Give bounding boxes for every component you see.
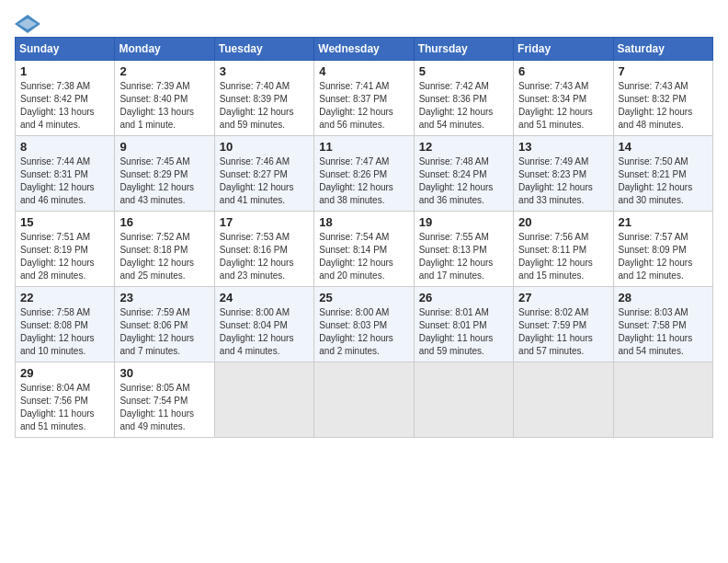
calendar-header: SundayMondayTuesdayWednesdayThursdayFrid… <box>16 38 713 61</box>
day-number: 20 <box>518 215 608 229</box>
day-number: 3 <box>220 64 309 78</box>
calendar-cell: 4Sunrise: 7:41 AM Sunset: 8:37 PM Daylig… <box>314 61 414 136</box>
header-row: SundayMondayTuesdayWednesdayThursdayFrid… <box>16 38 713 61</box>
day-number: 12 <box>419 140 508 154</box>
calendar-cell: 30Sunrise: 8:05 AM Sunset: 7:54 PM Dayli… <box>115 362 214 438</box>
calendar-cell: 3Sunrise: 7:40 AM Sunset: 8:39 PM Daylig… <box>214 61 313 136</box>
day-number: 21 <box>619 215 708 229</box>
day-info: Sunrise: 8:04 AM Sunset: 7:56 PM Dayligh… <box>20 382 109 433</box>
column-header-tuesday: Tuesday <box>214 38 313 61</box>
day-info: Sunrise: 7:57 AM Sunset: 8:09 PM Dayligh… <box>619 231 708 282</box>
calendar-cell: 7Sunrise: 7:43 AM Sunset: 8:32 PM Daylig… <box>613 61 712 136</box>
calendar-cell <box>613 362 712 438</box>
day-number: 16 <box>119 215 209 229</box>
page-wrapper: SundayMondayTuesdayWednesdayThursdayFrid… <box>15 15 713 438</box>
day-number: 26 <box>419 291 508 304</box>
day-number: 2 <box>119 64 209 78</box>
day-number: 5 <box>419 64 508 78</box>
calendar-cell: 2Sunrise: 7:39 AM Sunset: 8:40 PM Daylig… <box>115 61 214 136</box>
day-info: Sunrise: 7:39 AM Sunset: 8:40 PM Dayligh… <box>119 80 209 132</box>
day-info: Sunrise: 7:59 AM Sunset: 8:06 PM Dayligh… <box>119 306 209 358</box>
calendar-cell: 10Sunrise: 7:46 AM Sunset: 8:27 PM Dayli… <box>214 136 313 212</box>
calendar-cell: 1Sunrise: 7:38 AM Sunset: 8:42 PM Daylig… <box>16 61 115 136</box>
day-info: Sunrise: 7:50 AM Sunset: 8:21 PM Dayligh… <box>619 155 708 207</box>
column-header-monday: Monday <box>115 38 214 61</box>
day-info: Sunrise: 7:38 AM Sunset: 8:42 PM Dayligh… <box>20 80 109 132</box>
column-header-wednesday: Wednesday <box>314 38 414 61</box>
day-info: Sunrise: 7:48 AM Sunset: 8:24 PM Dayligh… <box>419 155 508 207</box>
day-info: Sunrise: 8:02 AM Sunset: 7:59 PM Dayligh… <box>518 306 608 358</box>
calendar-cell: 29Sunrise: 8:04 AM Sunset: 7:56 PM Dayli… <box>16 362 115 438</box>
day-info: Sunrise: 7:55 AM Sunset: 8:13 PM Dayligh… <box>419 231 508 282</box>
day-number: 14 <box>619 140 708 154</box>
calendar-cell: 5Sunrise: 7:42 AM Sunset: 8:36 PM Daylig… <box>414 61 513 136</box>
day-number: 29 <box>20 366 109 380</box>
day-info: Sunrise: 7:51 AM Sunset: 8:19 PM Dayligh… <box>20 231 109 282</box>
calendar-cell: 19Sunrise: 7:55 AM Sunset: 8:13 PM Dayli… <box>414 212 513 287</box>
calendar-cell <box>314 362 414 438</box>
calendar-body: 1Sunrise: 7:38 AM Sunset: 8:42 PM Daylig… <box>16 61 713 438</box>
logo-icon <box>15 15 40 33</box>
day-number: 4 <box>319 64 408 78</box>
column-header-sunday: Sunday <box>16 38 115 61</box>
day-number: 15 <box>20 215 109 229</box>
column-header-friday: Friday <box>514 38 613 61</box>
calendar-cell: 21Sunrise: 7:57 AM Sunset: 8:09 PM Dayli… <box>613 212 712 287</box>
day-info: Sunrise: 7:40 AM Sunset: 8:39 PM Dayligh… <box>220 80 309 132</box>
calendar-cell: 13Sunrise: 7:49 AM Sunset: 8:23 PM Dayli… <box>514 136 613 212</box>
day-number: 11 <box>319 140 408 154</box>
day-info: Sunrise: 8:01 AM Sunset: 8:01 PM Dayligh… <box>419 306 508 358</box>
day-info: Sunrise: 7:54 AM Sunset: 8:14 PM Dayligh… <box>319 231 408 282</box>
calendar-cell: 23Sunrise: 7:59 AM Sunset: 8:06 PM Dayli… <box>115 287 214 362</box>
day-number: 6 <box>518 64 608 78</box>
calendar-week-row: 22Sunrise: 7:58 AM Sunset: 8:08 PM Dayli… <box>16 287 713 362</box>
day-number: 25 <box>319 291 408 304</box>
column-header-saturday: Saturday <box>613 38 712 61</box>
calendar-week-row: 8Sunrise: 7:44 AM Sunset: 8:31 PM Daylig… <box>16 136 713 212</box>
calendar-week-row: 15Sunrise: 7:51 AM Sunset: 8:19 PM Dayli… <box>16 212 713 287</box>
day-info: Sunrise: 7:58 AM Sunset: 8:08 PM Dayligh… <box>20 306 109 358</box>
calendar-cell: 16Sunrise: 7:52 AM Sunset: 8:18 PM Dayli… <box>115 212 214 287</box>
calendar-cell: 20Sunrise: 7:56 AM Sunset: 8:11 PM Dayli… <box>514 212 613 287</box>
day-info: Sunrise: 7:46 AM Sunset: 8:27 PM Dayligh… <box>220 155 309 207</box>
calendar-cell: 11Sunrise: 7:47 AM Sunset: 8:26 PM Dayli… <box>314 136 414 212</box>
day-info: Sunrise: 7:45 AM Sunset: 8:29 PM Dayligh… <box>119 155 209 207</box>
day-number: 1 <box>20 64 109 78</box>
calendar-cell: 27Sunrise: 8:02 AM Sunset: 7:59 PM Dayli… <box>514 287 613 362</box>
day-info: Sunrise: 7:47 AM Sunset: 8:26 PM Dayligh… <box>319 155 408 207</box>
day-number: 22 <box>20 291 109 304</box>
header-area <box>15 15 713 33</box>
calendar-cell: 24Sunrise: 8:00 AM Sunset: 8:04 PM Dayli… <box>214 287 313 362</box>
calendar-cell: 17Sunrise: 7:53 AM Sunset: 8:16 PM Dayli… <box>214 212 313 287</box>
day-info: Sunrise: 7:41 AM Sunset: 8:37 PM Dayligh… <box>319 80 408 132</box>
day-number: 10 <box>220 140 309 154</box>
calendar-cell: 6Sunrise: 7:43 AM Sunset: 8:34 PM Daylig… <box>514 61 613 136</box>
day-number: 19 <box>419 215 508 229</box>
day-number: 13 <box>518 140 608 154</box>
day-number: 9 <box>119 140 209 154</box>
day-number: 30 <box>119 366 209 380</box>
calendar-cell <box>214 362 313 438</box>
day-info: Sunrise: 7:42 AM Sunset: 8:36 PM Dayligh… <box>419 80 508 132</box>
calendar-cell: 28Sunrise: 8:03 AM Sunset: 7:58 PM Dayli… <box>613 287 712 362</box>
day-info: Sunrise: 7:56 AM Sunset: 8:11 PM Dayligh… <box>518 231 608 282</box>
calendar-cell: 14Sunrise: 7:50 AM Sunset: 8:21 PM Dayli… <box>613 136 712 212</box>
day-info: Sunrise: 8:05 AM Sunset: 7:54 PM Dayligh… <box>119 382 209 433</box>
calendar-week-row: 29Sunrise: 8:04 AM Sunset: 7:56 PM Dayli… <box>16 362 713 438</box>
day-info: Sunrise: 8:00 AM Sunset: 8:03 PM Dayligh… <box>319 306 408 358</box>
day-number: 18 <box>319 215 408 229</box>
day-info: Sunrise: 7:43 AM Sunset: 8:34 PM Dayligh… <box>518 80 608 132</box>
calendar-cell: 25Sunrise: 8:00 AM Sunset: 8:03 PM Dayli… <box>314 287 414 362</box>
calendar-cell <box>414 362 513 438</box>
day-info: Sunrise: 8:00 AM Sunset: 8:04 PM Dayligh… <box>220 306 309 358</box>
day-number: 28 <box>619 291 708 304</box>
day-number: 24 <box>220 291 309 304</box>
calendar-cell: 12Sunrise: 7:48 AM Sunset: 8:24 PM Dayli… <box>414 136 513 212</box>
calendar-cell: 22Sunrise: 7:58 AM Sunset: 8:08 PM Dayli… <box>16 287 115 362</box>
logo <box>15 15 44 33</box>
day-info: Sunrise: 7:43 AM Sunset: 8:32 PM Dayligh… <box>619 80 708 132</box>
calendar-cell: 8Sunrise: 7:44 AM Sunset: 8:31 PM Daylig… <box>16 136 115 212</box>
column-header-thursday: Thursday <box>414 38 513 61</box>
calendar-cell: 26Sunrise: 8:01 AM Sunset: 8:01 PM Dayli… <box>414 287 513 362</box>
calendar-week-row: 1Sunrise: 7:38 AM Sunset: 8:42 PM Daylig… <box>16 61 713 136</box>
